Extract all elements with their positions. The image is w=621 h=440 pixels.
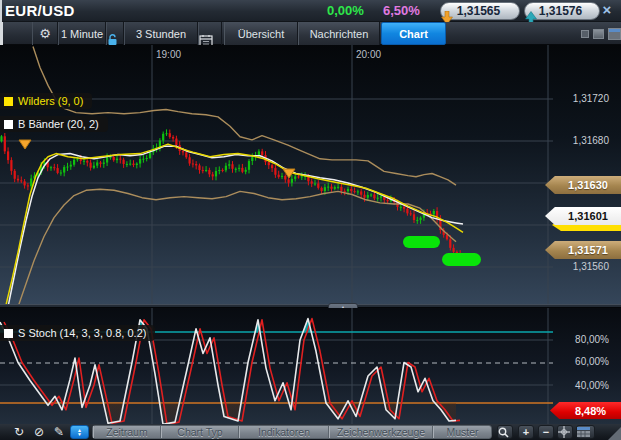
instrument-symbol: EUR/USD <box>5 2 75 19</box>
expand-collapse-button[interactable]: ▲ ▼ <box>70 425 89 439</box>
refresh-icon[interactable]: ↻ <box>10 425 28 439</box>
range-label: 3 Stunden <box>136 28 186 40</box>
stoch-swatch-icon <box>4 329 13 338</box>
keypad-icon[interactable] <box>576 425 595 439</box>
panel-size-icons <box>581 28 621 40</box>
price-chart-canvas[interactable] <box>0 45 621 305</box>
order-price-badge-upper: 1,31630 <box>545 176 621 194</box>
range-dropdown[interactable]: 3 Stunden <box>124 22 198 45</box>
stoch-axis-label: 40,00% <box>575 380 609 391</box>
pencil-icon[interactable]: ✎ <box>50 425 68 439</box>
tab-nachrichten[interactable]: Nachrichten <box>298 22 380 45</box>
chart-menu-strip: Zeitraum Chart Typ Indikatoren Zeichenwe… <box>92 425 492 439</box>
gear-icon: ⚙ <box>39 27 51 40</box>
legend-bbands-label: B Bänder (20, 2) <box>18 118 99 130</box>
sell-price: 1,31565 <box>457 4 500 18</box>
sell-price-button[interactable]: 1,31565 <box>440 2 520 20</box>
zoom-out-icon[interactable]: − <box>538 425 554 439</box>
menu-chart-typ[interactable]: Chart Typ <box>161 426 239 438</box>
legend-stoch[interactable]: S Stoch (14, 3, 3, 0.8, 0.2) <box>0 325 155 341</box>
legend-wilders-label: Wilders (9, 0) <box>18 95 83 107</box>
down-icon: ▼ <box>77 432 82 436</box>
interval-dropdown[interactable]: 1 Minute <box>58 22 106 45</box>
menu-indikatoren[interactable]: Indikatoren <box>239 426 329 438</box>
zoom-icon[interactable] <box>497 425 513 439</box>
margin-percent: 6,50% <box>383 3 420 18</box>
time-axis-label: 20:00 <box>356 49 381 60</box>
tab-nachrichten-label: Nachrichten <box>310 28 369 40</box>
wilders-swatch-icon <box>4 97 13 106</box>
buy-price: 1,31576 <box>539 4 582 18</box>
zoom-in-icon[interactable]: + <box>518 425 534 439</box>
instrument-header: EUR/USD 0,00% 6,50% 1,31565 1,31576 × <box>0 0 621 22</box>
interval-label: 1 Minute <box>61 28 103 40</box>
tab-chart-label: Chart <box>399 28 428 40</box>
price-axis-label: 1,31720 <box>573 93 609 104</box>
tab-uebersicht[interactable]: Übersicht <box>224 22 298 45</box>
panel-grid-icon[interactable] <box>608 28 621 40</box>
resize-grip[interactable] <box>608 427 621 440</box>
change-percent: 0,00% <box>327 3 364 18</box>
menu-zeitraum[interactable]: Zeitraum <box>93 426 161 438</box>
bbands-swatch-icon <box>4 120 13 129</box>
menu-zeichenwerkzeuge[interactable]: Zeichenwerkzeuge <box>329 426 433 438</box>
price-axis-label: 1,31560 <box>573 261 609 272</box>
stoch-axis-label: 80,00% <box>575 334 609 345</box>
current-price-badge: 1,31601 <box>545 207 621 225</box>
window-edge2 <box>0 22 3 45</box>
tab-chart[interactable]: Chart <box>381 22 446 45</box>
order-price-badge-lower: 1,31571 <box>545 241 621 259</box>
stoch-axis-label: 60,00% <box>575 356 609 367</box>
price-axis-label: 1,31680 <box>573 135 609 146</box>
time-axis-label: 19:00 <box>156 49 181 60</box>
calendar-button[interactable] <box>198 22 222 45</box>
trading-app-window: EUR/USD 0,00% 6,50% 1,31565 1,31576 × ⚙ … <box>0 0 621 440</box>
chart-toolbar: ⚙ 1 Minute 3 Stunden Übersicht Nachricht… <box>0 22 621 45</box>
close-icon[interactable]: × <box>599 2 615 18</box>
panel-medium-icon[interactable] <box>593 29 604 39</box>
window-edge <box>0 0 2 22</box>
buy-price-button[interactable]: 1,31576 <box>524 2 600 20</box>
legend-wilders[interactable]: Wilders (9, 0) <box>0 93 92 109</box>
menu-muster[interactable]: Muster <box>433 426 491 438</box>
disable-drawings-icon[interactable]: ⊘ <box>30 425 48 439</box>
legend-stoch-label: S Stoch (14, 3, 3, 0.8, 0.2) <box>18 327 146 339</box>
panel-small-icon[interactable] <box>581 30 589 38</box>
settings-button[interactable]: ⚙ <box>32 22 58 45</box>
lock-button[interactable] <box>106 22 124 45</box>
crosshair-icon[interactable] <box>557 425 573 439</box>
tab-uebersicht-label: Übersicht <box>238 28 284 40</box>
legend-bbands[interactable]: B Bänder (20, 2) <box>0 116 108 132</box>
stoch-value-badge: 8,48% <box>550 402 621 419</box>
